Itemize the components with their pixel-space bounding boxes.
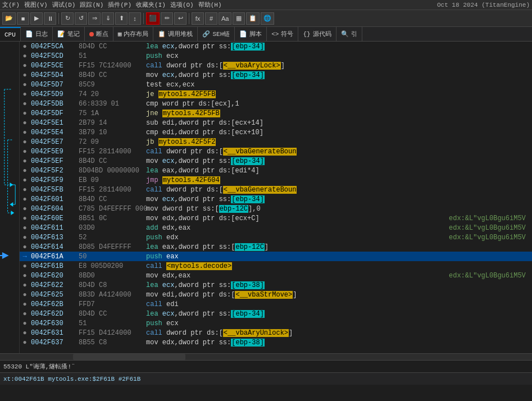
toolbar-pause[interactable]: ⏸ (44, 12, 56, 25)
menu-help[interactable]: 帮助(H) (198, 1, 222, 9)
row-instr: mov dword ptr ss:[ebp-12C],0 (144, 205, 447, 213)
toolbar-step-over[interactable]: ⇒ (88, 12, 101, 25)
table-row[interactable]: ● 0042F620 8BD0 mov edx,eax edx:&L"vgL0B… (20, 271, 532, 280)
tab-symbol[interactable]: <> 符号 (267, 27, 298, 41)
tab-memory[interactable]: ▦ 内存布局 (113, 27, 154, 41)
table-row[interactable]: ● 0042F5E1 2B79 14 sub edi,dword ptr ds:… (20, 118, 532, 127)
row-bytes: 51 (76, 52, 144, 60)
row-bytes: 72 09 (76, 138, 144, 146)
table-row[interactable]: ● 0042F611 03D0 add edx,eax edx:&L"vgL0B… (20, 223, 532, 233)
menu-trace[interactable]: 跟踪(N) (80, 1, 103, 9)
toolbar-pencil[interactable]: ✏ (161, 12, 173, 25)
row-instr: test ecx,ecx (144, 81, 447, 89)
table-row[interactable]: ● 0042F5D9 74 20 je mytools.42F5FB (20, 89, 532, 99)
toolbar-restore[interactable]: ↩ (174, 12, 187, 25)
tab-source[interactable]: {} 源代码 (298, 27, 336, 41)
table-row[interactable]: ● 0042F5E9 FF15 28114000 call dword ptr … (20, 147, 532, 156)
memory-icon: ▦ (118, 30, 122, 38)
table-row[interactable]: ● 0042F614 8D85 D4FEFFFF lea eax,dword p… (20, 242, 532, 252)
toolbar-globe[interactable]: 🌐 (261, 12, 274, 25)
toolbar-calc[interactable]: fx (192, 12, 204, 25)
table-row[interactable]: ● 0042F60E 8B51 0C mov edx,dword ptr ds:… (20, 213, 532, 223)
search-icon: 🔍 (341, 30, 349, 38)
tab-memory-label: 内存布局 (124, 30, 148, 38)
row-instr: push edx (144, 234, 447, 241)
tab-seh[interactable]: 🔗 SEH链 (198, 27, 235, 41)
row-instr: je mytools.42F5FB (144, 90, 447, 98)
table-row-current[interactable]: → 0042F61A 50 push eax (20, 252, 532, 261)
table-row[interactable]: ● 0042F61B E8 005D0200 call <mytools.dec… (20, 261, 532, 271)
toolbar-open[interactable]: 📂 (2, 12, 16, 25)
table-row[interactable]: ● 0042F5CE FF15 7C124000 call dword ptr … (20, 61, 532, 70)
toolbar-step-into[interactable]: ⇓ (102, 12, 114, 25)
row-bullet: ● (21, 138, 29, 146)
status-bar-string: 55320 L"诲薄,燧転搔!¨ (0, 360, 532, 372)
table-row[interactable]: ● 0042F5F2 8D04BD 00000000 lea eax,dword… (20, 166, 532, 175)
row-instr: push ecx (144, 320, 447, 327)
row-bullet: ● (21, 320, 29, 327)
row-address: 0042F5E1 (29, 119, 76, 127)
toolbar-run[interactable]: ▶ (30, 12, 43, 25)
tab-log[interactable]: 📄 日志 (21, 27, 53, 41)
table-row[interactable]: ● 0042F630 51 push ecx (20, 318, 532, 328)
table-row[interactable]: ● 0042F613 52 push edx edx:&L"vgL0Bgu6iM… (20, 233, 532, 242)
tab-cpu[interactable]: CPU (0, 27, 21, 41)
row-comment: edx:&L"vgL0Bgu6iM5V (447, 215, 531, 222)
table-row[interactable]: ● 0042F5EF 8B4D CC mov ecx,dword ptr ss:… (20, 156, 532, 166)
toolbar-restart[interactable]: ↻ (61, 12, 74, 25)
tab-notes[interactable]: 📝 笔记 (53, 27, 85, 41)
toolbar-log2[interactable]: 📋 (246, 12, 260, 25)
row-address: 0042F630 (29, 320, 76, 327)
table-row[interactable]: ● 0042F637 8B55 C8 mov edx,dword ptr ss:… (20, 338, 532, 347)
tab-seh-label: SEH链 (212, 30, 230, 38)
row-bullet: ● (21, 176, 29, 184)
tab-search[interactable]: 🔍 引 (337, 27, 362, 41)
table-row[interactable]: ● 0042F5F9 EB 09 jmp mytools.42F604 (20, 175, 532, 185)
table-row[interactable]: ● 0042F5DB 66:8339 01 cmp word ptr ds:[e… (20, 99, 532, 108)
table-row[interactable]: ● 0042F604 C785 D4FEFFFF 000 mov dword p… (20, 204, 532, 213)
symbol-icon: <> (271, 31, 279, 38)
toolbar-breakpoint[interactable]: ⬛ (146, 12, 160, 25)
menu-debug[interactable]: 调试(D) (52, 1, 76, 9)
menu-plugins[interactable]: 插件(P) (108, 1, 131, 9)
menu-options[interactable]: 选项(O) (170, 1, 194, 9)
table-row[interactable]: ● 0042F5CA 8D4D CC lea ecx,dword ptr ss:… (20, 42, 532, 51)
menu-view[interactable]: 视图(V) (24, 1, 48, 9)
table-row[interactable]: ● 0042F62B FFD7 call edi (20, 299, 532, 309)
toolbar-stop[interactable]: ■ (17, 12, 29, 25)
disasm-view[interactable]: ● 0042F5CA 8D4D CC lea ecx,dword ptr ss:… (20, 42, 532, 353)
row-bullet: ● (21, 52, 29, 60)
row-instr: jb mytools.42F5F2 (144, 138, 447, 146)
row-address: 0042F5FB (29, 186, 76, 194)
menu-file[interactable]: 文(F) (2, 1, 20, 9)
table-row[interactable]: ● 0042F5E4 3B79 10 cmp edi,dword ptr ds:… (20, 127, 532, 137)
toolbar-animate[interactable]: ↕ (129, 12, 141, 25)
table-row[interactable]: ● 0042F5FB FF15 28114000 call dword ptr … (20, 185, 532, 194)
toolbar-mem[interactable]: ▦ (233, 12, 245, 25)
tab-breakpoints[interactable]: 断点 (85, 27, 113, 41)
table-row[interactable]: ● 0042F5CD 51 push ecx (20, 51, 532, 61)
table-row[interactable]: ● 0042F62D 8D4D CC lea ecx,dword ptr ss:… (20, 309, 532, 318)
tab-script[interactable]: 📄 脚本 (235, 27, 267, 41)
tab-bar: CPU 📄 日志 📝 笔记 断点 ▦ 内存布局 📋 调用堆栈 🔗 SEH链 📄 … (0, 27, 532, 42)
table-row[interactable]: ● 0042F622 8D4D C8 lea ecx,dword ptr ss:… (20, 280, 532, 290)
tab-callstack[interactable]: 📋 调用堆栈 (153, 27, 198, 41)
row-instr: call dword ptr ds:[<__vbaAryLock>] (144, 62, 447, 70)
row-bytes: 52 (76, 234, 144, 241)
toolbar-hash[interactable]: # (205, 12, 217, 25)
table-row[interactable]: ● 0042F601 8B4D CC mov ecx,dword ptr ss:… (20, 194, 532, 204)
toolbar-step-out[interactable]: ⬆ (115, 12, 128, 25)
row-instr: push ecx (144, 52, 447, 60)
flow-arrows-svg (0, 42, 19, 353)
toolbar-back[interactable]: ↺ (75, 12, 87, 25)
table-row[interactable]: ● 0042F5D7 85C9 test ecx,ecx (20, 80, 532, 89)
table-row[interactable]: ● 0042F625 8B3D A4124000 mov edi,dword p… (20, 290, 532, 299)
tab-breakpoints-label: 断点 (96, 30, 108, 38)
menu-favorites[interactable]: 收藏夹(I) (136, 1, 166, 9)
table-row[interactable]: ● 0042F631 FF15 D4124000 call dword ptr … (20, 328, 532, 338)
table-row[interactable]: ● 0042F5DF 75 1A jne mytools.42F5FB (20, 108, 532, 118)
table-row[interactable]: ● 0042F5E7 72 09 jb mytools.42F5F2 (20, 137, 532, 147)
toolbar-font[interactable]: Aa (219, 12, 231, 25)
horizontal-scrollbar[interactable] (0, 353, 532, 360)
table-row[interactable]: ● 0042F5D4 8B4D CC mov ecx,dword ptr ss:… (20, 70, 532, 80)
